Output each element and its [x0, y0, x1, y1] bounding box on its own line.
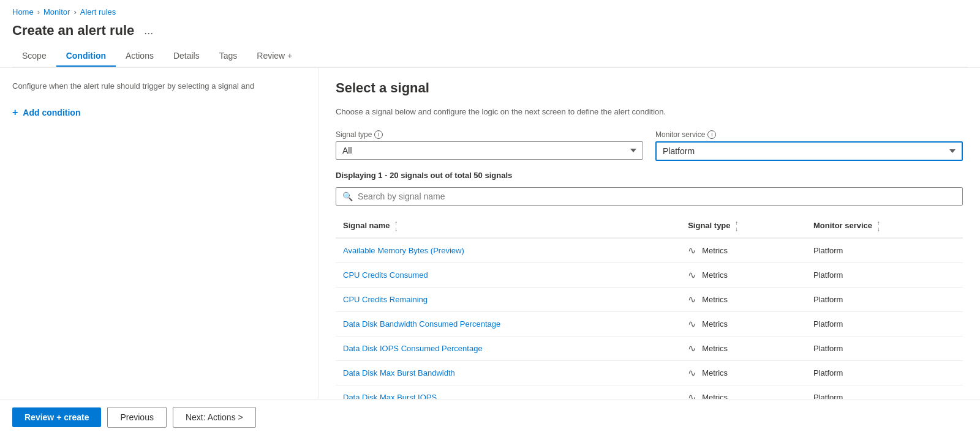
monitor-service-cell: Platform [806, 262, 963, 287]
add-condition-button[interactable]: + Add condition [12, 105, 306, 121]
signal-link[interactable]: Available Memory Bytes (Preview) [343, 246, 464, 255]
left-panel: Configure when the alert rule should tri… [0, 68, 318, 399]
signal-type-cell: ∿ Metrics [680, 336, 806, 360]
plus-icon: + [12, 107, 18, 118]
sort-signal-type-icon[interactable] [735, 220, 738, 232]
signal-link[interactable]: Data Disk Bandwidth Consumed Percentage [343, 319, 500, 329]
signal-type-value: Metrics [702, 319, 728, 329]
monitor-service-select[interactable]: Platform All Log Analytics Azure Monitor [655, 141, 963, 161]
signal-type-label: Signal type i [336, 130, 643, 139]
signal-name-cell: CPU Credits Consumed [336, 262, 680, 287]
bottom-bar: Review + create Previous Next: Actions > [0, 399, 980, 435]
col-header-monitor-service: Monitor service [806, 215, 963, 238]
signal-type-value: Metrics [702, 368, 728, 377]
signal-type-cell: ∿ Metrics [680, 238, 806, 263]
monitor-service-cell: Platform [806, 360, 963, 385]
signal-type-value: Metrics [702, 270, 728, 280]
review-create-button[interactable]: Review + create [12, 407, 101, 427]
breadcrumb: Home › Monitor › Alert rules [12, 7, 968, 17]
metrics-icon: ∿ [688, 245, 696, 256]
signal-type-value: Metrics [702, 344, 728, 353]
page-title: Create an alert rule [12, 23, 134, 39]
col-header-signal-type: Signal type [680, 215, 806, 238]
search-icon: 🔍 [342, 191, 353, 201]
metrics-icon: ∿ [688, 269, 696, 281]
table-row: Data Disk Max Burst Bandwidth ∿ Metrics … [336, 360, 963, 385]
table-row: CPU Credits Consumed ∿ Metrics Platform [336, 262, 963, 287]
monitor-service-label: Monitor service i [655, 130, 963, 139]
signal-panel-desc: Choose a signal below and configure the … [336, 106, 963, 118]
signal-name-cell: Data Disk Bandwidth Consumed Percentage [336, 311, 680, 336]
tab-scope[interactable]: Scope [12, 46, 56, 67]
table-row: Available Memory Bytes (Preview) ∿ Metri… [336, 238, 963, 263]
metrics-icon: ∿ [688, 367, 696, 379]
signal-table: Signal name Signal type Monitor service … [336, 215, 963, 400]
table-row: Data Disk Bandwidth Consumed Percentage … [336, 311, 963, 336]
ellipsis-button[interactable]: ... [140, 23, 157, 39]
tab-condition[interactable]: Condition [56, 46, 116, 67]
signal-panel: Select a signal Choose a signal below an… [318, 68, 980, 399]
signal-name-cell: Data Disk Max Burst IOPS [336, 385, 680, 399]
signal-type-cell: ∿ Metrics [680, 311, 806, 336]
tab-details[interactable]: Details [164, 46, 209, 67]
table-row: Data Disk Max Burst IOPS ∿ Metrics Platf… [336, 385, 963, 399]
table-row: Data Disk IOPS Consumed Percentage ∿ Met… [336, 336, 963, 360]
condition-description: Configure when the alert rule should tri… [12, 80, 306, 92]
signal-type-filter: Signal type i All Metrics Logs Activity … [336, 130, 643, 161]
metrics-icon: ∿ [688, 294, 696, 305]
signal-name-cell: Available Memory Bytes (Preview) [336, 238, 680, 263]
signal-link[interactable]: Data Disk IOPS Consumed Percentage [343, 344, 483, 353]
display-count: Displaying 1 - 20 signals out of total 5… [336, 171, 963, 180]
previous-button[interactable]: Previous [107, 407, 166, 428]
signal-panel-title: Select a signal [336, 80, 963, 96]
monitor-service-cell: Platform [806, 311, 963, 336]
signal-type-cell: ∿ Metrics [680, 385, 806, 399]
filter-row: Signal type i All Metrics Logs Activity … [336, 130, 963, 161]
tab-actions[interactable]: Actions [116, 46, 164, 67]
signal-type-value: Metrics [702, 246, 728, 255]
signal-type-cell: ∿ Metrics [680, 360, 806, 385]
metrics-icon: ∿ [688, 392, 696, 400]
monitor-service-filter: Monitor service i Platform All Log Analy… [655, 130, 963, 161]
signal-link[interactable]: Data Disk Max Burst IOPS [343, 393, 437, 400]
signal-name-cell: Data Disk IOPS Consumed Percentage [336, 336, 680, 360]
metrics-icon: ∿ [688, 343, 696, 354]
tabs-nav: Scope Condition Actions Details Tags Rev… [12, 46, 968, 67]
signal-type-select[interactable]: All Metrics Logs Activity Log [336, 141, 643, 160]
monitor-service-cell: Platform [806, 238, 963, 263]
tab-review[interactable]: Review + [247, 46, 302, 67]
tab-tags[interactable]: Tags [209, 46, 247, 67]
signal-name-cell: CPU Credits Remaining [336, 287, 680, 311]
metrics-icon: ∿ [688, 318, 696, 330]
signal-name-cell: Data Disk Max Burst Bandwidth [336, 360, 680, 385]
search-box: 🔍 [336, 187, 963, 206]
signal-type-cell: ∿ Metrics [680, 287, 806, 311]
signal-link[interactable]: Data Disk Max Burst Bandwidth [343, 368, 455, 377]
monitor-service-cell: Platform [806, 336, 963, 360]
signal-link[interactable]: CPU Credits Consumed [343, 270, 428, 280]
add-condition-label: Add condition [23, 108, 80, 117]
monitor-service-cell: Platform [806, 385, 963, 399]
col-header-signal-name: Signal name [336, 215, 680, 238]
signal-type-info-icon: i [374, 130, 383, 139]
monitor-service-cell: Platform [806, 287, 963, 311]
monitor-service-info-icon: i [707, 130, 716, 139]
breadcrumb-monitor[interactable]: Monitor [43, 7, 70, 17]
signal-link[interactable]: CPU Credits Remaining [343, 295, 428, 304]
table-row: CPU Credits Remaining ∿ Metrics Platform [336, 287, 963, 311]
search-input[interactable] [358, 191, 956, 201]
breadcrumb-alert-rules[interactable]: Alert rules [80, 7, 116, 17]
signal-type-value: Metrics [702, 295, 728, 304]
sort-signal-name-icon[interactable] [394, 220, 398, 232]
breadcrumb-home[interactable]: Home [12, 7, 34, 17]
next-actions-button[interactable]: Next: Actions > [173, 407, 256, 428]
signal-type-value: Metrics [702, 393, 728, 400]
signal-type-cell: ∿ Metrics [680, 262, 806, 287]
sort-monitor-service-icon[interactable] [877, 220, 880, 232]
